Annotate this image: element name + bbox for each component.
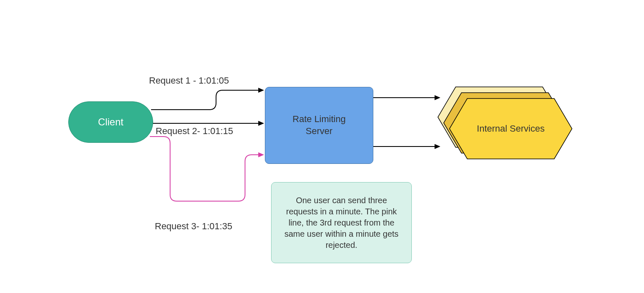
node-rate-limiting-server: Rate Limiting Server	[265, 87, 373, 164]
client-label: Client	[98, 116, 123, 128]
hex-front: Internal Services	[449, 98, 573, 160]
server-label: Rate Limiting Server	[293, 113, 346, 137]
server-label-line2: Server	[306, 126, 333, 136]
label-request-3: Request 3- 1:01:35	[155, 221, 232, 232]
note-text: One user can send three requests in a mi…	[280, 195, 403, 251]
internal-services-label: Internal Services	[477, 123, 545, 134]
node-client: Client	[68, 101, 153, 143]
diagram-canvas: Client Rate Limiting Server Internal Ser…	[0, 0, 644, 293]
node-internal-services-stack: Internal Services	[437, 86, 574, 161]
edge-request-1	[151, 90, 263, 110]
label-request-2: Request 2- 1:01:15	[156, 126, 233, 137]
label-request-1: Request 1 - 1:01:05	[149, 75, 229, 86]
edge-request-3	[150, 137, 263, 201]
server-label-line1: Rate Limiting	[293, 114, 346, 124]
note-box: One user can send three requests in a mi…	[271, 182, 412, 263]
